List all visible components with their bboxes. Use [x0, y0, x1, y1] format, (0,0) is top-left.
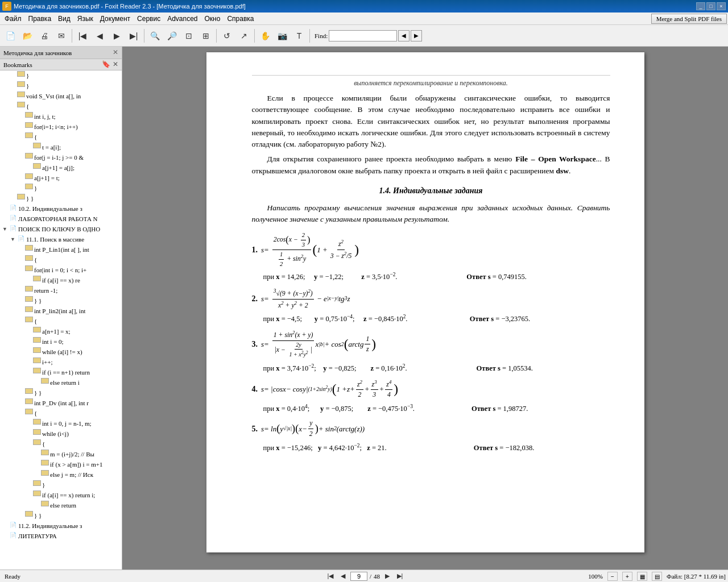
tree-item[interactable]: } [0, 183, 122, 193]
zoom-in-button[interactable]: 🔍 [147, 28, 163, 44]
zoom-out-status-button[interactable]: − [607, 572, 618, 581]
find-next-button[interactable]: ▶ [411, 30, 422, 41]
page-icon: 📄 [9, 214, 17, 222]
tree-item[interactable]: m = (i+j)/2; // Вы [0, 449, 122, 459]
bookmark-close[interactable]: ✕ [113, 60, 118, 69]
menu-file[interactable]: Файл [1, 14, 25, 24]
tree-item[interactable]: int i = 0, j = n-1, m; [0, 418, 122, 429]
tree-item[interactable]: { [0, 408, 122, 418]
menu-language[interactable]: Язык [74, 14, 97, 24]
play-button[interactable]: ▶ [109, 28, 125, 44]
toolbar: 📄 📂 🖨 ✉ |◀ ◀ ▶ ▶| 🔍 🔎 ⊡ ⊞ ↺ ↗ ✋ 📷 T Find… [0, 25, 728, 47]
tree-item[interactable]: if (a[i] == x) re [0, 275, 122, 285]
tree-item[interactable]: a[j+1] = a[j]; [0, 163, 122, 173]
tree-item[interactable]: int i = 0; [0, 336, 122, 347]
tree-item[interactable]: { [0, 101, 122, 111]
tree-item[interactable]: else j = m; // Иск [0, 469, 122, 480]
tree-item[interactable]: else return i [0, 377, 122, 388]
new-button[interactable]: 📄 [2, 28, 18, 44]
title-bar: F Методичка для заочников.pdf - Foxit Re… [0, 0, 728, 13]
tree-item[interactable]: } [0, 480, 122, 490]
fit-page-button[interactable]: ⊡ [181, 28, 197, 44]
snapshot-button[interactable]: 📷 [274, 28, 290, 44]
tree-item[interactable]: { [0, 439, 122, 449]
tree-item[interactable]: a[n+1] = x; [0, 326, 122, 336]
typewriter-button[interactable]: T [291, 28, 307, 44]
tree-item[interactable]: } } [0, 193, 122, 203]
tree-item[interactable]: int P_lin2(int a[], int [0, 306, 122, 316]
open-button[interactable]: 📂 [19, 28, 35, 44]
tree-item[interactable]: a[j+1] = t; [0, 173, 122, 183]
tree-item[interactable]: 📄11.2. Индивидуальные з [0, 521, 122, 531]
menu-window[interactable]: Окно [201, 14, 224, 24]
tree-item[interactable]: for(j = i-1; j >= 0 & [0, 152, 122, 163]
first-page-button[interactable]: |◀ [75, 28, 90, 44]
tree-item[interactable]: 📄ЛАБОРАТОРНАЯ РАБОТА N [0, 214, 122, 224]
next-page-nav-button[interactable]: ▶ [382, 572, 392, 581]
expand-icon[interactable]: ▼ [10, 235, 17, 244]
tree-item[interactable]: 📄10.2. Индивидуальные з [0, 203, 122, 214]
select-button[interactable]: ↗ [236, 28, 252, 44]
tree-item[interactable]: ▼📄11.1. Поиск в массиве [0, 234, 122, 244]
tree-item[interactable]: 📄ЛИТЕРАТУРА [0, 531, 122, 541]
panel-close-button[interactable]: ✕ [113, 48, 118, 57]
tree-item[interactable]: int i, j, t; [0, 111, 122, 122]
pdf-container[interactable]: выполняется перекомпилирование и переком… [122, 47, 728, 569]
tree-item[interactable]: void S_Vst (int a[], in [0, 91, 122, 101]
page-number-input[interactable] [350, 572, 367, 581]
tree-item[interactable]: i++; [0, 357, 122, 367]
tree-item[interactable]: return -1; [0, 285, 122, 296]
tree-item[interactable]: { [0, 255, 122, 265]
menu-view[interactable]: Вид [55, 14, 74, 24]
tree-item[interactable]: } } [0, 296, 122, 306]
maximize-button[interactable]: □ [706, 2, 715, 10]
separator-1 [72, 29, 72, 43]
prev-page-nav-button[interactable]: ◀ [338, 572, 348, 581]
tree-item[interactable]: while (a[i] != x) [0, 347, 122, 357]
menu-advanced[interactable]: Advanced [164, 14, 201, 24]
tree-item[interactable]: } } [0, 388, 122, 398]
tree-item[interactable]: if (a[i] == x) return i; [0, 490, 122, 500]
tree-item[interactable]: { [0, 316, 122, 326]
bookmark-icon-1[interactable]: 🔖 [102, 60, 110, 69]
rotate-button[interactable]: ↺ [219, 28, 235, 44]
tree-item[interactable]: if (i == n+1) return [0, 367, 122, 377]
tree-item[interactable]: int P_Dv (int a[], int r [0, 398, 122, 408]
last-page-nav-button[interactable]: ▶| [395, 572, 405, 581]
next-page-button[interactable]: ▶| [126, 28, 142, 44]
find-prev-button[interactable]: ◀ [398, 30, 410, 41]
zoom-in-status-button[interactable]: + [622, 572, 632, 581]
tree-item[interactable]: for(i=1; i<n; i++) [0, 122, 122, 132]
menu-help[interactable]: Справка [224, 14, 257, 24]
tree-item[interactable]: for(int i = 0; i < n; i+ [0, 265, 122, 275]
menu-service[interactable]: Сервис [134, 14, 164, 24]
minimize-button[interactable]: _ [696, 2, 705, 10]
tree-item[interactable]: t = a[i]; [0, 142, 122, 152]
tree-item[interactable]: { [0, 132, 122, 142]
close-button[interactable]: × [717, 2, 726, 10]
hand-button[interactable]: ✋ [257, 28, 273, 44]
first-page-nav-button[interactable]: |◀ [325, 572, 336, 581]
zoom-out-button[interactable]: 🔎 [164, 28, 180, 44]
window-controls[interactable]: _ □ × [696, 2, 726, 10]
tree-item[interactable]: } } [0, 510, 122, 521]
find-input[interactable] [329, 30, 397, 41]
tree-item[interactable]: while (i<j) [0, 429, 122, 439]
merge-split-button[interactable]: Merge and Split PDF files [651, 14, 727, 24]
menu-document[interactable]: Документ [97, 14, 134, 24]
view-mode-button-2[interactable]: ▤ [652, 572, 662, 581]
prev-page-button[interactable]: ◀ [92, 28, 107, 44]
bookmarks-tree[interactable]: } } void S_Vst (int a[], in { int i, j, … [0, 70, 122, 569]
view-mode-button-1[interactable]: ▦ [637, 572, 647, 581]
tree-item[interactable]: int P_Lin1(int a[ ], int [0, 244, 122, 255]
tree-item[interactable]: if (x > a[m]) i = m+1 [0, 459, 122, 469]
menu-edit[interactable]: Правка [25, 14, 55, 24]
email-button[interactable]: ✉ [53, 28, 69, 44]
expand-icon[interactable]: ▼ [2, 225, 9, 234]
print-button[interactable]: 🖨 [36, 28, 52, 44]
tree-item[interactable]: ▼📄ПОИСК ПО КЛЮЧУ В ОДНО [0, 224, 122, 234]
tree-item[interactable]: else return [0, 500, 122, 510]
fit-width-button[interactable]: ⊞ [198, 28, 214, 44]
tree-item[interactable]: } [0, 70, 122, 81]
tree-item[interactable]: } [0, 81, 122, 91]
